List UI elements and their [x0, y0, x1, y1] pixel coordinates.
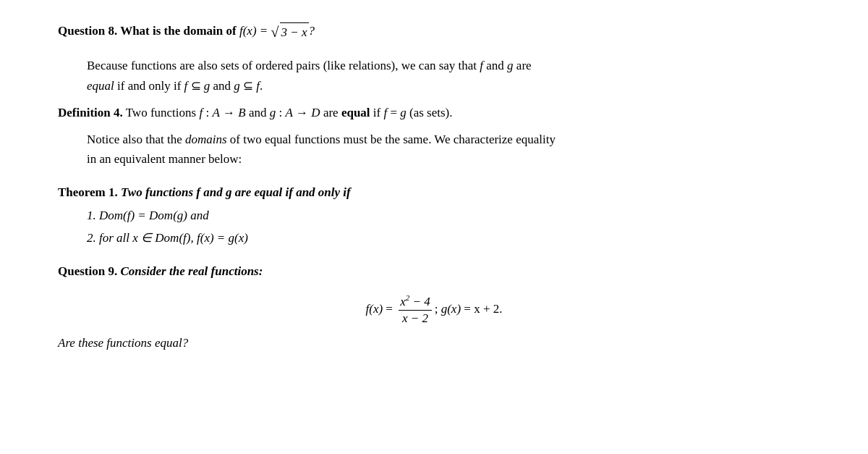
para2-text2: in an equivalent manner below:: [87, 152, 242, 166]
question-9-header: Question 9. Consider the real functions:: [58, 262, 810, 281]
paragraph-1: Because functions are also sets of order…: [87, 56, 810, 95]
formula-g-equals: = x + 2.: [461, 302, 502, 316]
paragraph-2-block: Notice also that the domains of two equa…: [58, 130, 810, 169]
para1-text1: Because functions are also sets of order…: [87, 59, 532, 72]
definition-4-line: Definition 4. Two functions f : A → B an…: [58, 103, 810, 122]
theorem-item-2-content: 2. for all x ∈ Dom(f), f(x) = g(x): [87, 231, 248, 245]
theorem-item-1: 1. Dom(f) = Dom(g) and: [87, 206, 810, 225]
formula-display: f(x) = x2 − 4 x − 2 ; g(x) = x + 2.: [58, 293, 810, 326]
formula-equals: =: [383, 302, 396, 316]
fraction: x2 − 4 x − 2: [399, 293, 432, 326]
question-8-block: Question 8. What is the domain of f(x) =…: [58, 22, 810, 41]
sqrt-content: 3 − x: [280, 22, 309, 42]
question-9-sub: Are these functions equal?: [58, 334, 810, 353]
para1-f: f: [480, 59, 483, 72]
question-8-intro: What is the domain of: [117, 24, 239, 38]
question-8-formula: f(x) = √3 − x?: [239, 24, 315, 38]
theorem-1-block: Theorem 1. Two functions f and g are equ…: [58, 183, 810, 248]
definition-4-block: Definition 4. Two functions f : A → B an…: [58, 103, 810, 122]
question-9-text: Consider the real functions:: [117, 264, 263, 278]
theorem-1-text: Two functions f and g are equal if and o…: [118, 185, 351, 199]
def4-text1: Two functions f : A → B and g : A → D ar…: [123, 106, 453, 119]
formula-paren: (x): [369, 302, 383, 316]
sqrt-expression: √3 − x: [271, 22, 309, 42]
paragraph-2: Notice also that the domains of two equa…: [87, 130, 810, 169]
question-9-block: Question 9. Consider the real functions:…: [58, 262, 810, 352]
page-content: Question 8. What is the domain of f(x) =…: [58, 22, 810, 352]
para2-text: Notice also that the domains of two equa…: [87, 133, 556, 146]
theorem-1-label: Theorem 1.: [58, 185, 118, 199]
formula-g-part: g: [441, 302, 448, 316]
theorem-item-1-content: 1. Dom(f) = Dom(g) and: [87, 209, 209, 222]
question-8-label: Question 8.: [58, 24, 117, 38]
paragraph-1-block: Because functions are also sets of order…: [58, 56, 810, 95]
para1-equal: equal: [87, 79, 114, 93]
definition-4-label: Definition 4.: [58, 106, 123, 119]
fraction-denominator: x − 2: [401, 311, 430, 326]
question-9-sub-text: Are these functions equal?: [58, 336, 188, 350]
para1-rest: if and only if f ⊆ g and g ⊆ f.: [114, 79, 263, 93]
question-8-header: Question 8. What is the domain of f(x) =…: [58, 22, 810, 41]
formula-g-rest: (x): [447, 302, 461, 316]
sqrt-symbol: √: [271, 25, 279, 39]
theorem-item-2: 2. for all x ∈ Dom(f), f(x) = g(x): [87, 229, 810, 248]
question-9-label: Question 9.: [58, 264, 117, 278]
theorem-1-header: Theorem 1. Two functions f and g are equ…: [58, 183, 810, 202]
fraction-numerator: x2 − 4: [399, 293, 432, 311]
formula-separator: ;: [435, 302, 441, 316]
para1-g: g: [507, 59, 514, 72]
